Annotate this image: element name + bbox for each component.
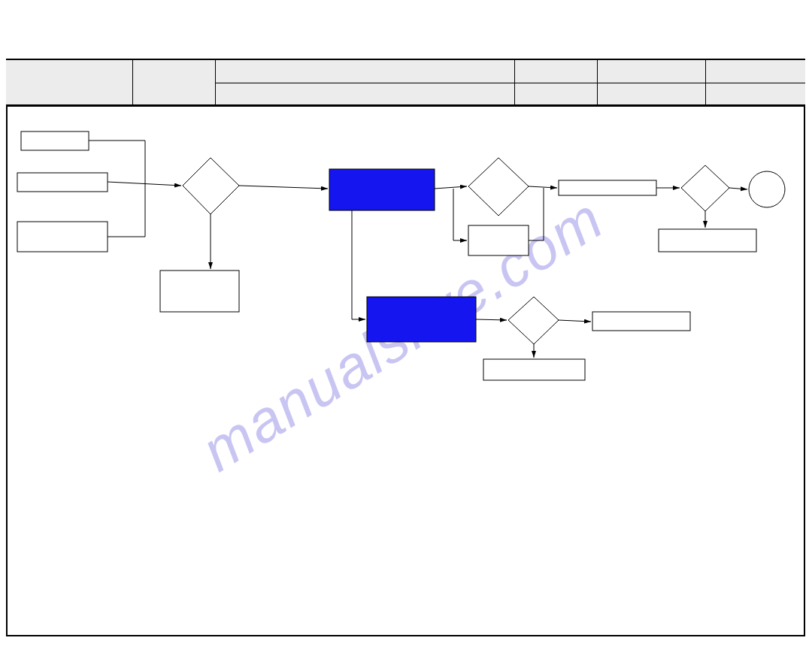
header-divider — [705, 60, 706, 107]
decision-3 — [681, 165, 729, 211]
page-container: manualslive.com — [0, 0, 812, 671]
process-box-5 — [468, 225, 529, 255]
process-blue-1 — [329, 169, 435, 210]
header-row-2 — [6, 60, 805, 107]
header-divider — [132, 60, 133, 107]
header-row-1 — [6, 32, 805, 60]
process-box-6 — [559, 180, 656, 195]
decision-1 — [183, 158, 239, 214]
process-blue-2 — [367, 297, 476, 342]
header-divider — [514, 60, 515, 107]
process-box-4 — [160, 271, 239, 312]
process-box-7 — [659, 229, 756, 252]
input-box-3 — [17, 222, 108, 252]
process-box-8 — [592, 312, 690, 331]
input-box-2 — [17, 173, 108, 192]
terminal-circle — [749, 171, 785, 207]
decision-2 — [468, 158, 529, 216]
process-box-9 — [483, 359, 585, 380]
flowchart-svg — [6, 109, 805, 635]
decision-4 — [508, 297, 559, 344]
header-divider — [597, 60, 598, 107]
header-row-divider — [215, 83, 805, 83]
input-box-1 — [21, 131, 89, 150]
header-divider — [215, 60, 216, 107]
